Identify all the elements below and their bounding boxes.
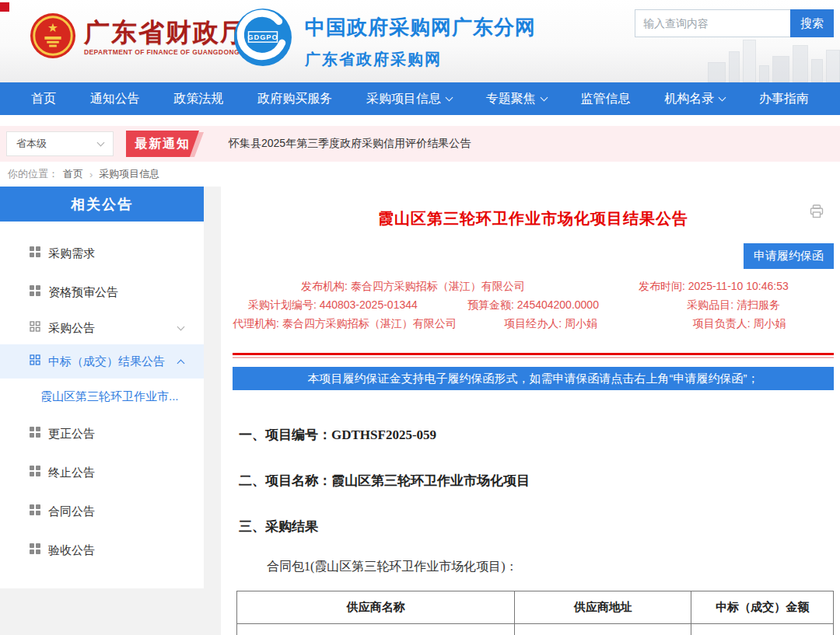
meta-label: 发布时间: bbox=[639, 280, 685, 292]
svg-text:GDGPO: GDGPO bbox=[247, 33, 278, 41]
national-emblem-icon: ★ bbox=[30, 12, 76, 62]
grid-icon bbox=[30, 246, 40, 260]
result-table: 供应商名称 供应商地址 中标（成交）金额 供销环境科技有限公司(联合体成员：湛江… bbox=[236, 591, 834, 635]
section-procurement-result: 三、采购结果 bbox=[233, 518, 834, 536]
sidebar-item-termination-announcements[interactable]: 终止公告 bbox=[0, 453, 204, 492]
chevron-down-icon bbox=[97, 138, 105, 146]
sidebar-title: 相关公告 bbox=[0, 187, 204, 222]
sidebar-item-contract-announcements[interactable]: 合同公告 bbox=[0, 492, 204, 531]
cell-supplier-name: 供销环境科技有限公司(联合体成员：湛江市霞兴城乡发展有限公司) bbox=[237, 624, 515, 635]
meta-label: 采购计划编号: bbox=[248, 298, 317, 311]
chevron-up-icon bbox=[177, 359, 185, 367]
nav-item-special-topics[interactable]: 专题聚焦 bbox=[486, 91, 547, 107]
table-row: 供销环境科技有限公司(联合体成员：湛江市霞兴城乡发展有限公司) 北京市市辖区大兴… bbox=[237, 624, 834, 635]
meta-label: 代理机构: bbox=[233, 317, 279, 330]
related-announcements-sidebar: 相关公告 采购需求 资格预审公告 采购公告 中标（成交）结果公 bbox=[0, 187, 204, 588]
section-project-number: 一、项目编号：GDTHSF2025-059 bbox=[233, 426, 834, 444]
nav-item-home[interactable]: 首页 bbox=[31, 91, 56, 107]
contract-package-line: 合同包1(霞山区第三轮环卫作业市场化项目)： bbox=[233, 559, 834, 575]
meta-label: 项目负责人: bbox=[693, 317, 751, 330]
chevron-down-icon bbox=[719, 93, 726, 101]
sidebar-item-acceptance-announcements[interactable]: 验收公告 bbox=[0, 531, 204, 570]
meta-value: 泰合四方采购招标（湛江）有限公司 bbox=[351, 280, 525, 292]
sidebar-item-award-result-announcements[interactable]: 中标（成交）结果公告 bbox=[0, 344, 204, 379]
site-subname: 广东省政府采购网 bbox=[305, 49, 536, 70]
svg-text:★: ★ bbox=[47, 21, 58, 34]
latest-notice-bar: 省本级 最新通知 怀集县2025年第三季度政府采购信用评价结果公告 bbox=[0, 126, 840, 162]
sidebar-item-procurement-demand[interactable]: 采购需求 bbox=[0, 234, 204, 273]
nav-item-policies[interactable]: 政策法规 bbox=[174, 91, 224, 107]
meta-value: 2025-11-10 10:46:53 bbox=[688, 280, 789, 292]
breadcrumb-home[interactable]: 首页 bbox=[63, 167, 83, 181]
page-header: ★ 广东省财政厅 DEPARTMENT OF FINANCE OF GUANGD… bbox=[0, 0, 840, 82]
nav-item-procurement-info[interactable]: 采购项目信息 bbox=[366, 91, 452, 107]
notice-link[interactable]: 怀集县2025年第三季度政府采购信用评价结果公告 bbox=[229, 137, 471, 151]
cityscape-decoration bbox=[708, 37, 840, 82]
col-supplier-address: 供应商地址 bbox=[515, 591, 691, 624]
corner-red-mark bbox=[0, 2, 9, 12]
main-nav: 首页 通知公告 政策法规 政府购买服务 采购项目信息 专题聚焦 监管信息 机构名… bbox=[0, 82, 840, 115]
breadcrumb-label: 你的位置： bbox=[8, 167, 58, 181]
nav-item-supervision[interactable]: 监管信息 bbox=[581, 91, 631, 107]
grid-outline-icon bbox=[30, 354, 40, 368]
meta-label: 发布机构: bbox=[301, 280, 348, 292]
gdgpo-logo-icon: GDGPO bbox=[233, 8, 292, 70]
nav-item-service-guide[interactable]: 办事指南 bbox=[759, 91, 809, 107]
site-brand: GDGPO 中国政府采购网广东分网 广东省政府采购网 bbox=[233, 8, 536, 70]
nav-item-gov-purchase-services[interactable]: 政府购买服务 bbox=[257, 91, 332, 107]
site-name: 中国政府采购网广东分网 bbox=[305, 14, 536, 41]
meta-label: 预算金额: bbox=[467, 298, 514, 311]
grid-icon bbox=[30, 543, 40, 557]
announcement-meta: 发布机构: 泰合四方采购招标（湛江）有限公司 发布时间: 2025-11-10 … bbox=[233, 277, 834, 333]
meta-value: 245404200.0000 bbox=[517, 298, 599, 311]
grid-icon bbox=[30, 466, 40, 480]
grid-icon bbox=[30, 504, 40, 518]
printer-icon[interactable] bbox=[809, 204, 824, 222]
search-button[interactable]: 搜索 bbox=[790, 9, 834, 37]
header-search: 搜索 bbox=[635, 9, 834, 37]
sidebar-sublink-current-announcement[interactable]: 霞山区第三轮环卫作业市... bbox=[0, 379, 204, 414]
breadcrumb-separator: › bbox=[89, 169, 93, 180]
meta-value: 周小娟 bbox=[565, 317, 597, 330]
chevron-down-icon bbox=[540, 93, 548, 101]
red-divider bbox=[233, 353, 834, 358]
page-title: 霞山区第三轮环卫作业市场化项目结果公告 bbox=[233, 208, 834, 229]
chevron-down-icon bbox=[446, 93, 453, 101]
apply-guarantee-button[interactable]: 申请履约保函 bbox=[744, 243, 834, 269]
sidebar-item-correction-announcements[interactable]: 更正公告 bbox=[0, 414, 204, 453]
meta-label: 项目经办人: bbox=[504, 317, 562, 330]
sidebar-item-procurement-announcements[interactable]: 采购公告 bbox=[0, 312, 204, 344]
region-select[interactable]: 省本级 bbox=[6, 131, 114, 156]
grid-icon bbox=[30, 427, 40, 441]
breadcrumb: 你的位置： 首页 › 采购项目信息 bbox=[0, 162, 840, 187]
col-supplier-name: 供应商名称 bbox=[237, 591, 515, 624]
nav-item-notices[interactable]: 通知公告 bbox=[90, 91, 140, 107]
breadcrumb-current[interactable]: 采购项目信息 bbox=[99, 167, 159, 181]
grid-icon bbox=[30, 285, 40, 299]
table-header-row: 供应商名称 供应商地址 中标（成交）金额 bbox=[237, 591, 834, 624]
meta-value: 周小娟 bbox=[754, 317, 786, 330]
section-project-name: 二、项目名称：霞山区第三轮环卫作业市场化项目 bbox=[233, 472, 834, 490]
sidebar-column: 相关公告 采购需求 资格预审公告 采购公告 中标（成交）结果公 bbox=[0, 187, 221, 635]
meta-label: 采购品目: bbox=[687, 298, 733, 311]
cell-award-amount: 240,741,520.20元 bbox=[691, 624, 834, 635]
col-award-amount: 中标（成交）金额 bbox=[691, 591, 834, 624]
cell-supplier-address: 北京市市辖区大兴区北京市大兴区春和路52号院1号楼8层 bbox=[515, 624, 691, 635]
search-input[interactable] bbox=[635, 9, 790, 37]
meta-value: 440803-2025-01344 bbox=[320, 298, 418, 311]
nav-item-org-directory[interactable]: 机构名录 bbox=[664, 91, 725, 107]
chevron-down-icon bbox=[177, 323, 185, 330]
guarantee-banner: 本项目履约保证金支持电子履约保函形式，如需申请保函请点击右上角“申请履约保函”； bbox=[233, 367, 834, 390]
latest-notice-badge: 最新通知 bbox=[126, 131, 201, 157]
meta-value: 清扫服务 bbox=[737, 298, 780, 311]
announcement-content: 霞山区第三轮环卫作业市场化项目结果公告 申请履约保函 发布机构: 泰合四方采购招… bbox=[221, 187, 840, 635]
sidebar-item-prequalification[interactable]: 资格预审公告 bbox=[0, 273, 204, 312]
meta-value: 泰合四方采购招标（湛江）有限公司 bbox=[282, 317, 457, 330]
region-select-value: 省本级 bbox=[16, 137, 47, 151]
grid-outline-icon bbox=[30, 321, 40, 335]
